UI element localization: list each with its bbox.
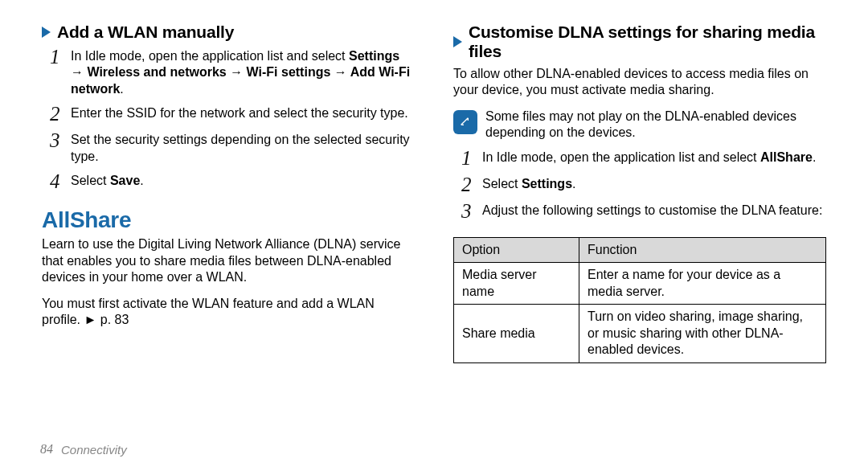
step-body: Set the security settings depending on t…	[71, 130, 415, 165]
step-body: Select Settings.	[482, 174, 576, 195]
heading-text: Customise DLNA settings for sharing medi…	[469, 23, 826, 61]
table-row: Media server name Enter a name for your …	[454, 263, 826, 305]
step-number: 2	[50, 104, 71, 124]
table-cell: Media server name	[454, 263, 579, 305]
heading-add-wlan: Add a WLAN manually	[42, 23, 415, 42]
step-number: 1	[50, 47, 71, 97]
step-item: 1 In Idle mode, open the application lis…	[461, 148, 826, 168]
step-number: 2	[461, 174, 482, 195]
table-row: Share media Turn on video sharing, image…	[454, 305, 826, 362]
note-icon	[453, 110, 477, 134]
paragraph: Learn to use the Digital Living Network …	[42, 236, 415, 285]
heading-customise-dlna: Customise DLNA settings for sharing medi…	[453, 23, 826, 61]
page-footer: 84 Connectivity	[40, 442, 127, 457]
table-header-cell: Option	[454, 237, 579, 262]
step-item: 1 In Idle mode, open the application lis…	[50, 47, 415, 97]
step-item: 3 Set the security settings depending on…	[50, 130, 415, 165]
step-body: In Idle mode, open the application list …	[71, 47, 415, 97]
chevron-right-icon	[42, 27, 51, 38]
step-body: Enter the SSID for the network and selec…	[71, 104, 408, 124]
section-title-allshare: AllShare	[42, 207, 415, 233]
heading-text: Add a WLAN manually	[57, 23, 234, 42]
note-block: Some files may not play on the DLNA-enab…	[453, 109, 826, 141]
table-cell: Enter a name for your device as a media …	[579, 263, 826, 305]
note-text: Some files may not play on the DLNA-enab…	[485, 109, 826, 141]
step-body: Adjust the following settings to customi…	[482, 201, 822, 221]
table-header-row: Option Function	[454, 237, 826, 262]
step-item: 4 Select Save.	[50, 171, 415, 191]
step-item: 3 Adjust the following settings to custo…	[461, 201, 826, 221]
chevron-right-icon	[453, 36, 462, 47]
section-name: Connectivity	[61, 443, 127, 457]
step-number: 1	[461, 148, 482, 168]
step-item: 2 Select Settings.	[461, 174, 826, 195]
paragraph: To allow other DLNA-enabled devices to a…	[453, 66, 826, 99]
step-number: 4	[50, 171, 71, 191]
table-cell: Share media	[454, 305, 579, 362]
table-header-cell: Function	[579, 237, 826, 262]
paragraph: You must first activate the WLAN feature…	[42, 296, 415, 329]
table-cell: Turn on video sharing, image sharing, or…	[579, 305, 826, 362]
page-number: 84	[40, 442, 53, 457]
step-body: Select Save.	[71, 171, 144, 191]
step-number: 3	[50, 130, 71, 165]
step-number: 3	[461, 201, 482, 221]
step-item: 2 Enter the SSID for the network and sel…	[50, 104, 415, 124]
step-body: In Idle mode, open the application list …	[482, 148, 816, 168]
options-table: Option Function Media server name Enter …	[453, 237, 826, 363]
